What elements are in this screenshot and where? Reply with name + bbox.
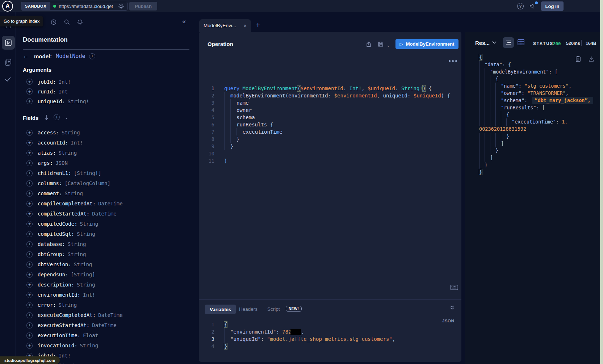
field-name[interactable]: dependsOn:: [38, 272, 68, 277]
field-type[interactable]: String: [80, 343, 99, 348]
add-field-to-operation-icon[interactable]: +: [26, 88, 33, 95]
field-name[interactable]: columns:: [38, 180, 62, 186]
announcements-megaphone-icon[interactable]: [529, 3, 536, 9]
history-icon[interactable]: [50, 19, 57, 25]
add-field-to-operation-icon[interactable]: +: [26, 282, 33, 288]
field-type[interactable]: DateTime: [92, 322, 116, 328]
variables-editor[interactable]: 1{2"environmentId": 782,3"uniqueId": "mo…: [199, 321, 461, 350]
field-name[interactable]: jobId:: [38, 79, 56, 85]
add-field-to-operation-icon[interactable]: +: [26, 332, 33, 339]
field-type[interactable]: [String]: [71, 272, 95, 277]
field-name[interactable]: error:: [38, 302, 56, 308]
collapse-variables-icon[interactable]: [449, 305, 455, 310]
add-all-fields-icon[interactable]: +: [54, 114, 60, 120]
operation-collections-icon[interactable]: [0, 58, 16, 66]
add-field-to-operation-icon[interactable]: +: [26, 170, 33, 176]
add-field-to-operation-icon[interactable]: +: [26, 191, 33, 197]
add-field-to-operation-icon[interactable]: +: [26, 180, 33, 187]
response-menu-chevron-icon[interactable]: [492, 41, 497, 44]
add-field-to-operation-icon[interactable]: +: [26, 343, 33, 349]
field-name[interactable]: comment:: [38, 191, 62, 196]
field-type[interactable]: JSON: [55, 160, 68, 166]
field-type[interactable]: DateTime: [92, 211, 116, 217]
add-field-to-operation-icon[interactable]: +: [26, 130, 33, 136]
field-name[interactable]: alias:: [38, 150, 56, 156]
field-type[interactable]: String: [59, 302, 77, 308]
field-name[interactable]: executionTime:: [38, 332, 80, 338]
table-view-toggle[interactable]: [518, 39, 524, 45]
help-icon[interactable]: ?: [517, 3, 524, 9]
add-field-to-operation-icon[interactable]: +: [26, 231, 33, 237]
add-field-to-operation-icon[interactable]: +: [26, 160, 33, 166]
collapse-sidebar-icon[interactable]: «: [182, 17, 186, 25]
checks-icon[interactable]: [0, 76, 16, 83]
add-field-to-operation-icon[interactable]: +: [26, 302, 33, 308]
add-field-to-operation-icon[interactable]: +: [26, 292, 33, 298]
field-type[interactable]: String: [64, 191, 83, 196]
field-type[interactable]: Int!: [59, 353, 71, 359]
add-field-to-operation-icon[interactable]: +: [26, 211, 33, 217]
field-type[interactable]: String: [62, 130, 80, 135]
add-field-to-operation-icon[interactable]: +: [26, 262, 33, 268]
field-type[interactable]: Int!: [71, 140, 83, 146]
field-type[interactable]: String: [68, 241, 86, 247]
save-icon[interactable]: [378, 41, 384, 47]
field-name[interactable]: compileStartedAt:: [38, 211, 89, 217]
field-type[interactable]: String: [59, 150, 77, 156]
field-name[interactable]: uniqueId:: [38, 99, 65, 104]
field-name[interactable]: executeCompletedAt:: [38, 312, 96, 318]
new-tab-icon[interactable]: +: [256, 21, 260, 29]
field-name[interactable]: compileCompletedAt:: [38, 201, 96, 206]
add-field-to-operation-icon[interactable]: +: [26, 79, 33, 85]
field-type[interactable]: DateTime: [98, 312, 122, 318]
field-type[interactable]: String: [80, 221, 99, 227]
field-name[interactable]: compiledCode:: [38, 221, 78, 227]
field-name[interactable]: invocationId:: [38, 343, 78, 348]
operation-tab[interactable]: ModelByEnvi... ×: [199, 19, 251, 32]
settings-gear-icon[interactable]: [77, 19, 83, 25]
field-type[interactable]: DateTime: [98, 201, 122, 206]
field-type[interactable]: String: [68, 251, 86, 257]
share-icon[interactable]: [366, 41, 372, 47]
add-field-to-operation-icon[interactable]: +: [26, 312, 33, 318]
explorer-nav-item[interactable]: [2, 36, 15, 50]
type-name-link[interactable]: ModelNode: [56, 53, 85, 59]
field-name[interactable]: executeStartedAt:: [38, 322, 89, 328]
run-operation-button[interactable]: ▷ ModelByEnvironment: [395, 39, 458, 49]
field-name[interactable]: database:: [38, 241, 65, 247]
field-name[interactable]: access:: [38, 130, 59, 135]
apollo-logo[interactable]: A: [2, 1, 13, 12]
connection-settings-gear-icon[interactable]: [118, 4, 124, 9]
field-name[interactable]: dbtGroup:: [38, 251, 65, 257]
add-type-icon[interactable]: +: [89, 53, 95, 59]
save-menu-chevron-icon[interactable]: ⌄: [386, 43, 390, 48]
add-fields-chevron-icon[interactable]: ⌄: [64, 114, 68, 120]
add-field-to-operation-icon[interactable]: +: [26, 272, 33, 278]
field-name[interactable]: args:: [38, 160, 53, 166]
tab-variables[interactable]: Variables: [205, 305, 236, 314]
field-name[interactable]: runId:: [38, 89, 56, 95]
tab-script[interactable]: Script: [267, 306, 280, 312]
endpoint-url[interactable]: https://metadata.cloud.get: [59, 4, 116, 9]
field-type[interactable]: String!: [68, 99, 89, 104]
field-type[interactable]: Int!: [83, 292, 95, 298]
field-type[interactable]: String: [77, 231, 95, 237]
field-type[interactable]: Float: [83, 332, 98, 338]
add-field-to-operation-icon[interactable]: +: [26, 201, 33, 207]
field-name[interactable]: description:: [38, 282, 74, 288]
field-name[interactable]: childrenL1:: [38, 170, 71, 176]
add-field-to-operation-icon[interactable]: +: [26, 251, 33, 258]
search-icon[interactable]: [64, 19, 70, 25]
field-type[interactable]: Int: [59, 89, 68, 95]
editor-overflow-menu-icon[interactable]: [449, 60, 457, 62]
tab-headers[interactable]: Headers: [239, 306, 257, 312]
field-type[interactable]: String: [77, 282, 95, 288]
tree-view-toggle[interactable]: [503, 37, 514, 48]
add-field-to-operation-icon[interactable]: +: [26, 241, 33, 247]
add-field-to-operation-icon[interactable]: +: [26, 140, 33, 146]
add-field-to-operation-icon[interactable]: +: [26, 150, 33, 156]
field-name[interactable]: accountId:: [38, 140, 68, 146]
publish-button[interactable]: Publish: [129, 2, 157, 11]
field-type[interactable]: [String!]: [74, 170, 101, 176]
add-field-to-operation-icon[interactable]: +: [26, 98, 33, 104]
